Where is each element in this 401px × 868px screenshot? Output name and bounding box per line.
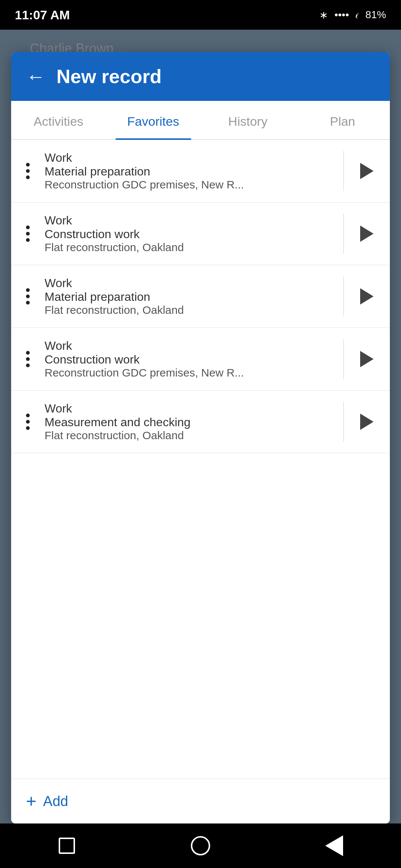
nav-circle-icon — [191, 836, 210, 855]
tabs-bar: Activities Favorites History Plan — [11, 101, 390, 140]
wifi-icon: 𝜖 — [356, 9, 359, 21]
item-menu-button-1[interactable] — [19, 159, 37, 183]
item-name: Material preparation — [45, 290, 336, 304]
dot — [26, 175, 30, 179]
item-menu-button-2[interactable] — [19, 222, 37, 246]
item-project: Flat reconstruction, Oakland — [45, 429, 336, 442]
list-item: Work Construction work Reconstruction GD… — [11, 328, 390, 391]
dot — [26, 351, 30, 355]
modal-title: New record — [56, 65, 162, 88]
nav-square-icon — [59, 838, 75, 854]
nav-square-button[interactable] — [56, 835, 77, 856]
add-plus-icon: + — [26, 792, 36, 810]
item-content-4: Work Construction work Reconstruction GD… — [45, 339, 344, 379]
tab-plan[interactable]: Plan — [295, 101, 390, 139]
play-button-4[interactable] — [351, 347, 382, 371]
status-time: 11:07 AM — [15, 8, 70, 22]
dot — [26, 364, 30, 367]
item-type: Work — [45, 339, 336, 353]
bluetooth-icon: ∗ — [319, 9, 328, 21]
dot — [26, 238, 30, 242]
favorites-list: Work Material preparation Reconstruction… — [11, 140, 390, 779]
item-content-5: Work Measurement and checking Flat recon… — [45, 402, 344, 442]
add-button[interactable]: + Add — [26, 792, 375, 810]
list-item: Work Material preparation Flat reconstru… — [11, 265, 390, 328]
item-type: Work — [45, 151, 336, 165]
item-name: Construction work — [45, 353, 336, 366]
nav-back-button[interactable] — [324, 835, 345, 856]
list-item: Work Material preparation Reconstruction… — [11, 140, 390, 203]
item-name: Material preparation — [45, 165, 336, 178]
item-content-3: Work Material preparation Flat reconstru… — [45, 276, 344, 316]
modal-card: ← New record Activities Favorites Histor… — [11, 52, 390, 823]
dot — [26, 426, 30, 430]
add-label: Add — [43, 793, 68, 809]
tab-activities[interactable]: Activities — [11, 101, 106, 139]
tab-history[interactable]: History — [200, 101, 295, 139]
signal-icon: •••• — [335, 9, 349, 21]
dot — [26, 357, 30, 361]
play-button-5[interactable] — [351, 410, 382, 434]
item-project: Flat reconstruction, Oakland — [45, 304, 336, 316]
dot — [26, 226, 30, 229]
status-icons: ∗ •••• 𝜖 81% — [319, 9, 386, 21]
dot — [26, 420, 30, 424]
dot — [26, 301, 30, 305]
play-icon — [360, 351, 374, 367]
dot — [26, 288, 30, 292]
play-button-3[interactable] — [351, 285, 382, 308]
battery-icon: 81% — [365, 9, 386, 21]
play-button-1[interactable] — [351, 159, 382, 183]
play-icon — [360, 163, 374, 179]
dot — [26, 295, 30, 298]
item-menu-button-3[interactable] — [19, 285, 37, 308]
item-menu-button-4[interactable] — [19, 347, 37, 371]
dot — [26, 169, 30, 173]
item-project: Reconstruction GDC premises, New R... — [45, 366, 336, 379]
dot — [26, 414, 30, 417]
nav-triangle-icon — [325, 835, 343, 856]
item-project: Flat reconstruction, Oakland — [45, 241, 336, 254]
back-button[interactable]: ← — [26, 67, 45, 86]
add-area: + Add — [11, 779, 390, 823]
list-item: Work Construction work Flat reconstructi… — [11, 203, 390, 265]
item-type: Work — [45, 276, 336, 290]
item-project: Reconstruction GDC premises, New R... — [45, 178, 336, 191]
dot — [26, 232, 30, 236]
item-type: Work — [45, 214, 336, 227]
play-icon — [360, 226, 374, 242]
list-item: Work Measurement and checking Flat recon… — [11, 391, 390, 453]
nav-home-button[interactable] — [190, 835, 211, 856]
bottom-nav — [0, 823, 401, 868]
item-name: Measurement and checking — [45, 415, 336, 429]
item-type: Work — [45, 402, 336, 415]
status-bar: 11:07 AM ∗ •••• 𝜖 81% — [0, 0, 401, 30]
play-icon — [360, 414, 374, 430]
item-menu-button-5[interactable] — [19, 410, 37, 434]
play-icon — [360, 288, 374, 305]
dot — [26, 163, 30, 167]
item-name: Construction work — [45, 227, 336, 241]
tab-favorites[interactable]: Favorites — [106, 101, 200, 139]
item-content-2: Work Construction work Flat reconstructi… — [45, 214, 344, 254]
item-content-1: Work Material preparation Reconstruction… — [45, 151, 344, 191]
play-button-2[interactable] — [351, 222, 382, 246]
modal-header: ← New record — [11, 52, 390, 101]
